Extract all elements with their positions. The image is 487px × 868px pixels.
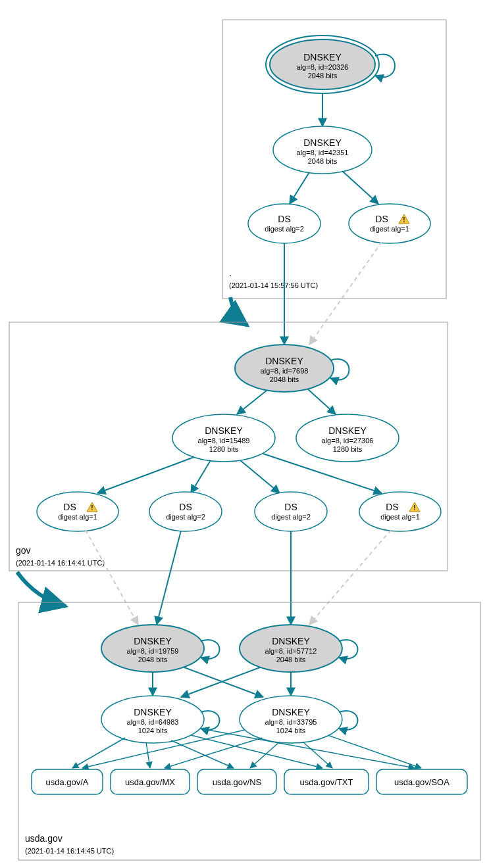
- node-usda-zsk-64983: DNSKEY alg=8, id=64983 1024 bits: [101, 696, 220, 743]
- zone-root: . (2021-01-14 15:57:56 UTC) DNSKEY alg=8…: [222, 20, 446, 299]
- node-gov-ksk: DNSKEY alg=8, id=7698 2048 bits: [235, 345, 349, 392]
- svg-text:DNSKEY: DNSKEY: [303, 52, 342, 62]
- svg-point-30: [37, 492, 118, 531]
- svg-point-40: [359, 492, 441, 531]
- node-root-ds-alg1: DS ! digest alg=1: [349, 204, 430, 243]
- rrset-a: usda.gov/A: [32, 769, 103, 794]
- svg-point-13: [349, 204, 430, 243]
- node-root-ksk: DNSKEY alg=8, id=20326 2048 bits: [266, 36, 395, 93]
- rrset-mx: usda.gov/MX: [111, 769, 190, 794]
- svg-text:usda.gov/A: usda.gov/A: [45, 777, 88, 787]
- zone-root-timestamp: (2021-01-14 15:57:56 UTC): [229, 281, 318, 289]
- svg-text:usda.gov/NS: usda.gov/NS: [213, 777, 262, 787]
- svg-text:digest alg=1: digest alg=1: [58, 513, 97, 521]
- svg-text:2048 bits: 2048 bits: [308, 72, 338, 80]
- svg-text:!: !: [403, 216, 405, 224]
- svg-text:DNSKEY: DNSKEY: [265, 356, 303, 366]
- svg-text:DNSKEY: DNSKEY: [205, 425, 243, 436]
- node-usda-ksk-57712: DNSKEY alg=8, id=57712 2048 bits: [240, 625, 358, 672]
- svg-text:1280 bits: 1280 bits: [209, 445, 239, 453]
- zone-gov-timestamp: (2021-01-14 16:14:41 UTC): [16, 559, 105, 567]
- node-usda-ksk-19759: DNSKEY alg=8, id=19759 2048 bits: [101, 625, 220, 672]
- node-gov-ds1: DS ! digest alg=1: [37, 492, 118, 531]
- rrset-soa: usda.gov/SOA: [376, 769, 467, 794]
- svg-text:digest alg=1: digest alg=1: [380, 513, 420, 521]
- zone-usda: usda.gov (2021-01-14 16:14:45 UTC) DNSKE…: [18, 602, 480, 860]
- zone-gov: gov (2021-01-14 16:14:41 UTC) DNSKEY alg…: [9, 322, 448, 571]
- rrset-ns: usda.gov/NS: [197, 769, 276, 794]
- svg-text:DS: DS: [386, 502, 398, 512]
- node-root-zsk: DNSKEY alg=8, id=42351 2048 bits: [273, 126, 372, 174]
- svg-text:alg=8, id=27306: alg=8, id=27306: [322, 437, 374, 445]
- node-gov-ds3: DS digest alg=2: [255, 492, 327, 531]
- svg-text:usda.gov/TXT: usda.gov/TXT: [300, 777, 353, 787]
- svg-text:digest alg=2: digest alg=2: [166, 513, 205, 521]
- node-gov-zsk-27306: DNSKEY alg=8, id=27306 1280 bits: [296, 414, 399, 462]
- svg-text:alg=8, id=20326: alg=8, id=20326: [297, 63, 349, 71]
- svg-text:1024 bits: 1024 bits: [276, 727, 306, 735]
- svg-text:digest alg=1: digest alg=1: [370, 225, 409, 233]
- svg-text:DS: DS: [284, 502, 297, 512]
- node-usda-zsk-33795: DNSKEY alg=8, id=33795 1024 bits: [240, 696, 358, 743]
- svg-text:2048 bits: 2048 bits: [270, 375, 299, 383]
- svg-text:2048 bits: 2048 bits: [138, 656, 168, 663]
- svg-text:alg=8, id=7698: alg=8, id=7698: [261, 367, 309, 375]
- zone-root-label: .: [229, 268, 232, 278]
- svg-text:usda.gov/MX: usda.gov/MX: [125, 777, 175, 787]
- svg-text:DNSKEY: DNSKEY: [272, 707, 310, 717]
- svg-text:digest alg=2: digest alg=2: [265, 225, 304, 233]
- svg-text:DNSKEY: DNSKEY: [134, 636, 172, 646]
- svg-text:!: !: [413, 504, 415, 512]
- svg-text:alg=8, id=42351: alg=8, id=42351: [297, 149, 349, 157]
- svg-text:alg=8, id=19759: alg=8, id=19759: [127, 647, 179, 655]
- svg-text:1024 bits: 1024 bits: [138, 727, 168, 735]
- rrset-txt: usda.gov/TXT: [284, 769, 369, 794]
- svg-text:DS: DS: [179, 502, 192, 512]
- zone-gov-label: gov: [16, 545, 31, 556]
- svg-text:alg=8, id=33795: alg=8, id=33795: [265, 718, 317, 726]
- svg-text:DNSKEY: DNSKEY: [134, 707, 172, 717]
- svg-text:2048 bits: 2048 bits: [276, 656, 306, 663]
- svg-text:DS: DS: [278, 214, 290, 224]
- node-gov-zsk-15489: DNSKEY alg=8, id=15489 1280 bits: [172, 414, 275, 462]
- svg-text:DS: DS: [63, 502, 76, 512]
- svg-text:alg=8, id=64983: alg=8, id=64983: [127, 718, 179, 726]
- svg-text:!: !: [91, 504, 93, 512]
- node-gov-ds2: DS digest alg=2: [149, 492, 222, 531]
- svg-text:DNSKEY: DNSKEY: [303, 137, 342, 148]
- node-root-ds-alg2: DS digest alg=2: [248, 204, 320, 243]
- zone-usda-label: usda.gov: [25, 833, 63, 844]
- node-gov-ds4: DS ! digest alg=1: [359, 492, 441, 531]
- svg-text:DNSKEY: DNSKEY: [272, 636, 310, 646]
- svg-text:2048 bits: 2048 bits: [308, 157, 338, 165]
- svg-text:alg=8, id=57712: alg=8, id=57712: [265, 647, 317, 655]
- svg-text:1280 bits: 1280 bits: [333, 445, 363, 453]
- svg-text:DS: DS: [375, 214, 388, 224]
- svg-text:alg=8, id=15489: alg=8, id=15489: [198, 437, 250, 445]
- svg-text:DNSKEY: DNSKEY: [328, 425, 367, 436]
- svg-text:digest alg=2: digest alg=2: [271, 513, 311, 521]
- svg-text:usda.gov/SOA: usda.gov/SOA: [394, 777, 449, 787]
- dnssec-diagram: . (2021-01-14 15:57:56 UTC) DNSKEY alg=8…: [0, 0, 487, 868]
- zone-usda-timestamp: (2021-01-14 16:14:45 UTC): [25, 847, 114, 855]
